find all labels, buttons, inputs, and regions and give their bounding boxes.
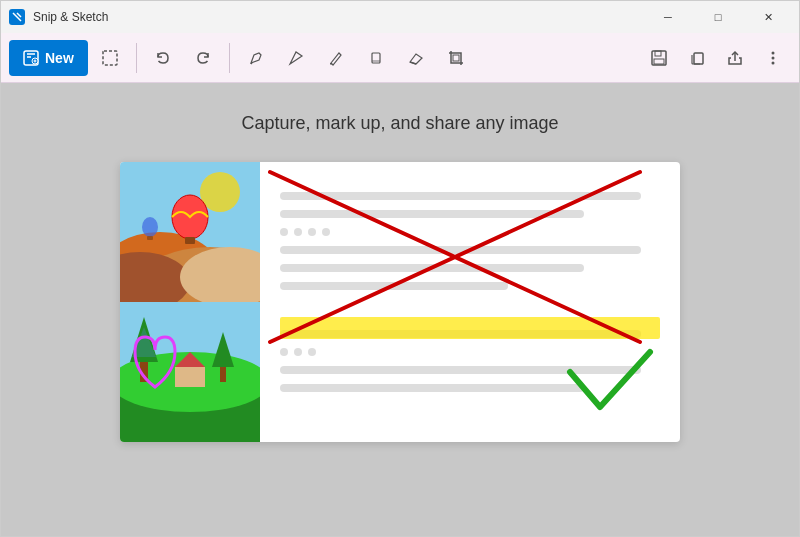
toolbar-separator <box>136 43 137 73</box>
balloon-image <box>120 162 260 302</box>
eraser-icon <box>406 48 426 68</box>
copy-button[interactable] <box>679 40 715 76</box>
more-options-button[interactable] <box>755 40 791 76</box>
svg-point-23 <box>142 217 158 237</box>
dot <box>322 228 330 236</box>
svg-rect-4 <box>453 55 459 61</box>
highlighter-button[interactable] <box>358 40 394 76</box>
app-title: Snip & Sketch <box>33 10 108 24</box>
title-bar-left: Snip & Sketch <box>9 9 108 25</box>
ballpoint-pen-icon <box>246 48 266 68</box>
svg-rect-20 <box>185 237 195 244</box>
landscape-image <box>120 302 260 442</box>
svg-point-11 <box>772 61 775 64</box>
text-line-5 <box>280 282 508 290</box>
toolbar-separator-2 <box>229 43 230 73</box>
svg-rect-2 <box>103 51 117 65</box>
dot <box>280 228 288 236</box>
text-line-1 <box>280 192 641 200</box>
content-area <box>260 162 680 442</box>
text-line-3 <box>280 246 641 254</box>
pencil-icon <box>326 48 346 68</box>
undo-icon <box>154 49 172 67</box>
images-column <box>120 162 260 442</box>
svg-point-9 <box>772 51 775 54</box>
svg-rect-8 <box>694 53 703 64</box>
calligraphy-pen-button[interactable] <box>278 40 314 76</box>
redo-icon <box>194 49 212 67</box>
rectangle-snip-icon <box>100 48 120 68</box>
title-bar-controls[interactable]: ─ □ ✕ <box>645 1 791 33</box>
toolbar: New <box>1 33 799 83</box>
new-button-label: New <box>45 50 74 66</box>
highlight-bar <box>280 317 660 339</box>
text-line-4 <box>280 264 584 272</box>
main-content: Capture, mark up, and share any image <box>1 83 799 537</box>
svg-point-10 <box>772 56 775 59</box>
rectangle-snip-button[interactable] <box>92 40 128 76</box>
svg-rect-7 <box>654 59 664 64</box>
new-snip-icon <box>23 50 39 66</box>
crop-button[interactable] <box>438 40 474 76</box>
dot <box>308 348 316 356</box>
highlighter-icon <box>366 48 386 68</box>
demo-card <box>120 162 680 442</box>
tagline: Capture, mark up, and share any image <box>241 113 558 134</box>
save-button[interactable] <box>641 40 677 76</box>
ballpoint-pen-button[interactable] <box>238 40 274 76</box>
crop-icon <box>446 48 466 68</box>
redo-button[interactable] <box>185 40 221 76</box>
text-line-2 <box>280 210 584 218</box>
dot <box>308 228 316 236</box>
eraser-button[interactable] <box>398 40 434 76</box>
maximize-button[interactable]: □ <box>695 1 741 33</box>
dot <box>280 348 288 356</box>
annotation-svg <box>260 162 680 442</box>
more-icon <box>764 49 782 67</box>
save-icon <box>650 49 668 67</box>
title-bar: Snip & Sketch ─ □ ✕ <box>1 1 799 33</box>
text-line-7 <box>280 366 641 374</box>
copy-icon <box>688 49 706 67</box>
calligraphy-pen-icon <box>286 48 306 68</box>
svg-rect-33 <box>175 367 205 387</box>
dot <box>294 348 302 356</box>
minimize-button[interactable]: ─ <box>645 1 691 33</box>
dot <box>294 228 302 236</box>
share-icon <box>726 49 744 67</box>
svg-rect-24 <box>147 236 153 240</box>
new-button[interactable]: New <box>9 40 88 76</box>
dots-row-2 <box>280 348 660 356</box>
toolbar-right <box>641 40 791 76</box>
share-button[interactable] <box>717 40 753 76</box>
close-button[interactable]: ✕ <box>745 1 791 33</box>
dots-row-1 <box>280 228 660 236</box>
pencil-button[interactable] <box>318 40 354 76</box>
text-line-8 <box>280 384 584 392</box>
undo-button[interactable] <box>145 40 181 76</box>
app-icon <box>9 9 25 25</box>
